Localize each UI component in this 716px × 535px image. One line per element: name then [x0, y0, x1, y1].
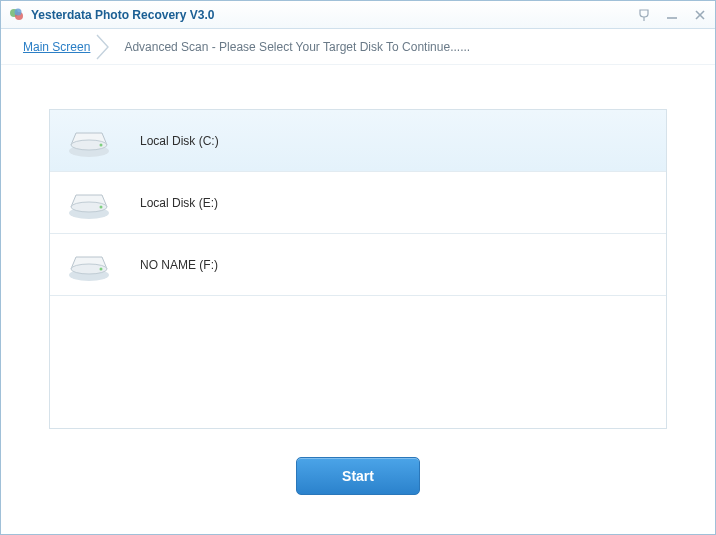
disk-row[interactable]: Local Disk (C:): [50, 110, 666, 172]
svg-point-12: [100, 205, 103, 208]
minimize-icon[interactable]: [663, 6, 681, 24]
close-icon[interactable]: [691, 6, 709, 24]
start-button[interactable]: Start: [296, 457, 420, 495]
breadcrumb: Main Screen Advanced Scan - Please Selec…: [1, 29, 715, 65]
disk-row[interactable]: NO NAME (F:): [50, 234, 666, 296]
svg-point-2: [15, 8, 22, 15]
app-window: Yesterdata Photo Recovery V3.0 Main Scre…: [0, 0, 716, 535]
drive-icon: [66, 247, 112, 283]
disk-row[interactable]: Local Disk (E:): [50, 172, 666, 234]
drive-icon: [66, 123, 112, 159]
content-area: Local Disk (C:) Local Disk (E:): [1, 65, 715, 534]
drive-icon: [66, 185, 112, 221]
disk-label: Local Disk (C:): [140, 134, 219, 148]
window-title: Yesterdata Photo Recovery V3.0: [31, 8, 635, 22]
window-controls: [635, 6, 709, 24]
disk-list: Local Disk (C:) Local Disk (E:): [49, 109, 667, 429]
svg-point-9: [100, 143, 103, 146]
breadcrumb-main-link[interactable]: Main Screen: [23, 40, 96, 54]
button-row: Start: [49, 457, 667, 495]
disk-label: NO NAME (F:): [140, 258, 218, 272]
titlebar: Yesterdata Photo Recovery V3.0: [1, 1, 715, 29]
svg-point-15: [100, 267, 103, 270]
chevron-right-icon: [96, 33, 114, 61]
pin-icon[interactable]: [635, 6, 653, 24]
app-icon: [9, 7, 25, 23]
disk-label: Local Disk (E:): [140, 196, 218, 210]
breadcrumb-step: Advanced Scan - Please Select Your Targe…: [124, 40, 470, 54]
